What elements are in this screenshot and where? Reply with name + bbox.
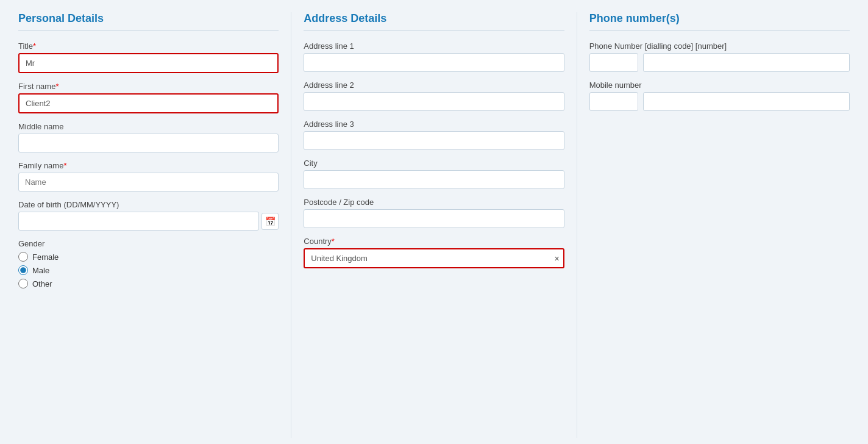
address-details-title: Address Details <box>304 12 564 30</box>
addr2-label: Address line 2 <box>304 81 564 90</box>
personal-details-section: Personal Details Title* First name* Midd… <box>6 12 291 438</box>
middle-name-label: Middle name <box>18 122 279 131</box>
middle-name-field-group: Middle name <box>18 122 279 152</box>
phone-title: Phone number(s) <box>589 12 850 30</box>
address-details-section: Address Details Address line 1 Address l… <box>291 12 577 438</box>
country-wrapper: × <box>304 248 564 268</box>
title-field-group: Title* <box>18 41 279 73</box>
addr3-label: Address line 3 <box>304 120 564 129</box>
country-input[interactable] <box>304 248 564 268</box>
mobile-dialing-input[interactable] <box>589 92 638 111</box>
dob-label: Date of birth (DD/MM/YYYY) <box>18 200 279 209</box>
phone-row <box>589 53 850 72</box>
mobile-number-input[interactable] <box>643 92 850 111</box>
postcode-label: Postcode / Zip code <box>304 198 564 207</box>
phone-dialing-input[interactable] <box>589 53 638 72</box>
addr3-input[interactable] <box>304 131 564 150</box>
city-label: City <box>304 159 564 168</box>
dob-wrapper: 📅 <box>18 212 279 231</box>
addr1-field-group: Address line 1 <box>304 41 564 72</box>
calendar-icon[interactable]: 📅 <box>261 213 279 230</box>
phone-number-input[interactable] <box>643 53 850 72</box>
postcode-field-group: Postcode / Zip code <box>304 198 564 228</box>
title-label: Title* <box>18 41 279 51</box>
gender-radio-female[interactable] <box>18 252 28 262</box>
title-input[interactable] <box>18 53 279 73</box>
family-name-field-group: Family name* <box>18 161 279 192</box>
dob-input[interactable] <box>18 212 259 231</box>
phone-label: Phone Number [dialling code] [number] <box>589 41 850 51</box>
postcode-input[interactable] <box>304 209 564 228</box>
addr3-field-group: Address line 3 <box>304 120 564 150</box>
gender-option-female[interactable]: Female <box>18 252 279 262</box>
country-clear-icon[interactable]: × <box>554 254 559 263</box>
country-label: Country* <box>304 237 564 246</box>
family-name-label: Family name* <box>18 161 279 170</box>
gender-option-other[interactable]: Other <box>18 279 279 288</box>
gender-option-male[interactable]: Male <box>18 265 279 275</box>
phone-section: Phone number(s) Phone Number [dialling c… <box>577 12 862 438</box>
mobile-label: Mobile number <box>589 81 850 90</box>
city-field-group: City <box>304 159 564 189</box>
gender-label: Gender <box>18 239 279 248</box>
city-input[interactable] <box>304 170 564 189</box>
addr1-input[interactable] <box>304 53 564 72</box>
first-name-input[interactable] <box>18 93 279 113</box>
gender-radio-male[interactable] <box>18 265 28 275</box>
mobile-field-group: Mobile number <box>589 81 850 111</box>
middle-name-input[interactable] <box>18 134 279 152</box>
country-field-group: Country* × <box>304 237 564 268</box>
gender-group: Gender Female Male Other <box>18 239 279 288</box>
first-name-field-group: First name* <box>18 82 279 113</box>
gender-label-male: Male <box>32 266 49 275</box>
addr1-label: Address line 1 <box>304 41 564 51</box>
first-name-label: First name* <box>18 82 279 91</box>
personal-details-title: Personal Details <box>18 12 279 30</box>
family-name-input[interactable] <box>18 173 279 192</box>
addr2-input[interactable] <box>304 92 564 111</box>
dob-field-group: Date of birth (DD/MM/YYYY) 📅 <box>18 200 279 231</box>
mobile-row <box>589 92 850 111</box>
gender-label-other: Other <box>32 279 52 288</box>
gender-radio-other[interactable] <box>18 279 28 288</box>
phone-field-group: Phone Number [dialling code] [number] <box>589 41 850 72</box>
addr2-field-group: Address line 2 <box>304 81 564 111</box>
gender-label-female: Female <box>32 252 59 262</box>
